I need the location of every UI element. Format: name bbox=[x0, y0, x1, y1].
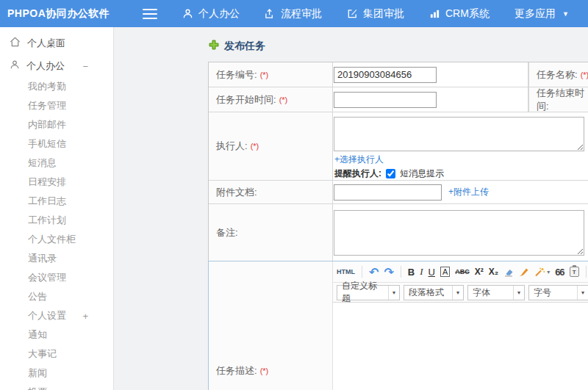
magic-wand-icon[interactable]: ▾ bbox=[534, 267, 550, 277]
remark-textarea[interactable] bbox=[334, 210, 584, 256]
choose-executor-link[interactable]: +选择执行人 bbox=[334, 154, 384, 166]
bold-button[interactable]: B bbox=[408, 267, 415, 278]
process-icon bbox=[265, 8, 276, 19]
superscript-button[interactable]: X² bbox=[475, 267, 484, 277]
expand-icon[interactable]: + bbox=[82, 311, 88, 322]
sms-remind-label: 短消息提示 bbox=[400, 167, 444, 180]
publish-task-form: 任务编号: (*) 任务名称: (*) 任务开始时间: (*) 任务结束时间: bbox=[208, 62, 588, 262]
task-description-row: 任务描述: (*) HTML ↶ ↷ B I U A ABC X² X₂ ▾ 6… bbox=[208, 261, 588, 390]
executor-textarea[interactable] bbox=[334, 117, 584, 151]
nav-process-approval[interactable]: 流程审批 bbox=[265, 7, 322, 21]
sidebar-item-work-log[interactable]: 工作日志 bbox=[0, 192, 113, 211]
sidebar-item-personal-settings[interactable]: 个人设置 + bbox=[0, 306, 113, 325]
task-number-label: 任务编号: bbox=[216, 68, 257, 82]
font-style-button[interactable]: A bbox=[440, 267, 450, 277]
sidebar-item-work-plan[interactable]: 工作计划 bbox=[0, 211, 113, 230]
sidebar-item-attendance[interactable]: 我的考勤 bbox=[0, 77, 113, 96]
nav-crm-system[interactable]: CRM系统 bbox=[429, 7, 490, 21]
required-mark: (*) bbox=[581, 71, 588, 79]
home-icon bbox=[10, 37, 21, 49]
task-name-label: 任务名称: bbox=[537, 68, 578, 82]
top-nav: 个人办公 流程审批 集团审批 CRM系统 更多应用 ▼ bbox=[182, 7, 569, 21]
end-time-label: 任务结束时间: bbox=[537, 87, 588, 113]
sidebar-item-news[interactable]: 新闻 bbox=[0, 364, 113, 383]
sidebar-item-short-message[interactable]: 短消息 bbox=[0, 154, 113, 173]
editor-content-area[interactable] bbox=[333, 303, 588, 390]
sidebar-item-file-cabinet[interactable]: 个人文件柜 bbox=[0, 230, 113, 249]
sidebar: 个人桌面 个人办公 − 我的考勤 任务管理 内部邮件 手机短信 短消息 日程安排… bbox=[0, 27, 114, 390]
task-number-row: 任务编号: (*) 任务名称: (*) bbox=[209, 62, 588, 87]
attachment-upload-link[interactable]: +附件上传 bbox=[448, 186, 489, 198]
remark-label: 备注: bbox=[216, 226, 238, 239]
required-mark: (*) bbox=[279, 95, 288, 104]
undo-icon[interactable]: ↶ bbox=[369, 265, 379, 279]
nav-group-approval[interactable]: 集团审批 bbox=[347, 7, 404, 21]
rich-text-editor: HTML ↶ ↷ B I U A ABC X² X₂ ▾ 66 T A bbox=[333, 261, 588, 390]
required-mark: (*) bbox=[260, 71, 269, 79]
nav-personal-office[interactable]: 个人办公 bbox=[182, 7, 240, 21]
attachment-input[interactable] bbox=[334, 184, 442, 201]
format-brush-icon[interactable] bbox=[519, 267, 529, 277]
page-title: 发布任务 bbox=[209, 40, 265, 53]
strikethrough-button[interactable]: ABC bbox=[455, 268, 470, 275]
app-logo: PHPOA协同办公软件 bbox=[0, 7, 132, 21]
caret-down-icon: ▾ bbox=[578, 286, 588, 300]
user-icon bbox=[182, 8, 193, 19]
sms-remind-checkbox[interactable] bbox=[386, 169, 395, 178]
sidebar-item-mobile-sms[interactable]: 手机短信 bbox=[0, 134, 113, 154]
top-header: PHPOA协同办公软件 个人办公 流程审批 集团审批 CRM系统 更多应用 ▼ bbox=[0, 0, 588, 27]
heading-dropdown[interactable]: 自定义标题 ▾ bbox=[337, 285, 400, 300]
remind-executor-label: 提醒执行人: bbox=[334, 167, 381, 180]
sidebar-item-milestones[interactable]: 大事记 bbox=[0, 344, 113, 364]
task-time-row: 任务开始时间: (*) 任务结束时间: (*) bbox=[209, 87, 588, 112]
sidebar-item-personal-desktop[interactable]: 个人桌面 bbox=[0, 32, 113, 54]
caret-down-icon: ▼ bbox=[562, 10, 569, 18]
subscript-button[interactable]: X₂ bbox=[489, 267, 498, 277]
underline-button[interactable]: U bbox=[429, 267, 435, 278]
redo-icon[interactable]: ↷ bbox=[384, 265, 393, 279]
nav-more-apps[interactable]: 更多应用 ▼ bbox=[514, 7, 569, 21]
html-source-button[interactable]: HTML bbox=[337, 268, 355, 275]
sidebar-item-notification[interactable]: 通知 bbox=[0, 325, 113, 344]
user-icon bbox=[10, 59, 20, 72]
paste-from-word-icon[interactable]: T bbox=[570, 267, 579, 277]
sidebar-item-internal-mail[interactable]: 内部邮件 bbox=[0, 115, 113, 134]
attachment-row: 附件文档: +附件上传 bbox=[209, 181, 588, 204]
sidebar-item-contacts[interactable]: 通讯录 bbox=[0, 249, 113, 268]
editor-toolbar-row2: 自定义标题 ▾ 段落格式 ▾ 字体 ▾ 字号 ▾ bbox=[333, 283, 588, 303]
remark-row: 备注: bbox=[209, 204, 588, 261]
sidebar-item-announcement[interactable]: 公告 bbox=[0, 287, 113, 306]
sidebar-item-personal-office[interactable]: 个人办公 − bbox=[0, 54, 113, 77]
required-mark: (*) bbox=[260, 366, 269, 375]
sidebar-item-vote[interactable]: 投票 bbox=[0, 383, 113, 390]
executor-row: 执行人: (*) +选择执行人 提醒执行人: 短消息提示 bbox=[209, 112, 588, 181]
executor-label: 执行人: bbox=[216, 140, 248, 153]
caret-down-icon: ▾ bbox=[389, 286, 399, 300]
main-content: 发布任务 任务编号: (*) 任务名称: (*) 任务开始时间: (*) bbox=[114, 27, 588, 390]
attachment-label: 附件文档: bbox=[216, 186, 257, 199]
eraser-icon[interactable] bbox=[503, 267, 514, 277]
paragraph-format-dropdown[interactable]: 段落格式 ▾ bbox=[404, 285, 464, 300]
start-time-input[interactable] bbox=[334, 92, 437, 108]
add-plus-icon bbox=[209, 40, 219, 53]
required-mark: (*) bbox=[251, 142, 259, 151]
task-number-input[interactable] bbox=[334, 67, 437, 83]
italic-button[interactable]: I bbox=[420, 266, 423, 278]
sidebar-item-meeting-management[interactable]: 会议管理 bbox=[0, 268, 113, 287]
sidebar-item-task-management[interactable]: 任务管理 bbox=[0, 96, 113, 115]
caret-down-icon: ▾ bbox=[514, 286, 524, 300]
edit-icon bbox=[347, 8, 358, 19]
font-family-dropdown[interactable]: 字体 ▾ bbox=[467, 285, 525, 300]
menu-toggle-icon[interactable] bbox=[143, 9, 157, 19]
caret-down-icon: ▾ bbox=[453, 286, 463, 300]
bar-chart-icon bbox=[429, 8, 440, 19]
start-time-label: 任务开始时间: bbox=[216, 93, 276, 106]
blockquote-button[interactable]: 66 bbox=[555, 267, 564, 278]
description-label: 任务描述: bbox=[216, 364, 257, 378]
font-size-dropdown[interactable]: 字号 ▾ bbox=[528, 285, 588, 300]
collapse-icon[interactable]: − bbox=[82, 60, 88, 71]
caret-down-icon: ▾ bbox=[547, 269, 550, 275]
sidebar-item-schedule[interactable]: 日程安排 bbox=[0, 173, 113, 192]
